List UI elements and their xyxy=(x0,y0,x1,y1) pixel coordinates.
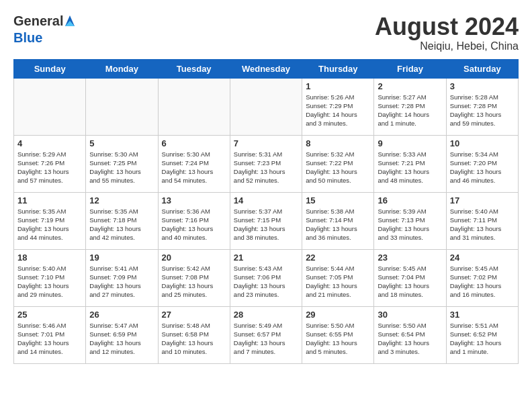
week-row-1: 1Sunrise: 5:26 AM Sunset: 7:29 PM Daylig… xyxy=(14,78,519,135)
weekday-header-wednesday: Wednesday xyxy=(230,59,302,78)
calendar-cell: 18Sunrise: 5:40 AM Sunset: 7:10 PM Dayli… xyxy=(14,249,86,306)
page-header: General Blue August 2024 Neiqiu, Hebei, … xyxy=(13,13,519,52)
week-row-3: 11Sunrise: 5:35 AM Sunset: 7:19 PM Dayli… xyxy=(14,192,519,249)
calendar-cell: 23Sunrise: 5:45 AM Sunset: 7:04 PM Dayli… xyxy=(374,249,446,306)
day-info: Sunrise: 5:37 AM Sunset: 7:15 PM Dayligh… xyxy=(234,207,298,242)
day-number: 16 xyxy=(378,195,442,205)
weekday-header-sunday: Sunday xyxy=(14,59,86,78)
day-number: 9 xyxy=(378,138,442,148)
day-info: Sunrise: 5:50 AM Sunset: 6:54 PM Dayligh… xyxy=(378,321,442,357)
month-year: August 2024 xyxy=(375,13,519,40)
day-number: 18 xyxy=(17,253,82,263)
day-number: 19 xyxy=(89,253,154,263)
day-number: 13 xyxy=(162,195,226,205)
day-number: 26 xyxy=(89,310,154,320)
day-number: 29 xyxy=(306,310,370,320)
calendar-cell: 4Sunrise: 5:29 AM Sunset: 7:26 PM Daylig… xyxy=(14,135,86,192)
calendar-cell: 15Sunrise: 5:38 AM Sunset: 7:14 PM Dayli… xyxy=(302,192,374,249)
calendar-cell: 17Sunrise: 5:40 AM Sunset: 7:11 PM Dayli… xyxy=(446,192,518,249)
day-info: Sunrise: 5:43 AM Sunset: 7:06 PM Dayligh… xyxy=(234,264,298,300)
calendar-cell: 8Sunrise: 5:32 AM Sunset: 7:22 PM Daylig… xyxy=(302,135,374,192)
day-info: Sunrise: 5:45 AM Sunset: 7:04 PM Dayligh… xyxy=(378,264,442,300)
day-number: 10 xyxy=(450,138,515,148)
week-row-2: 4Sunrise: 5:29 AM Sunset: 7:26 PM Daylig… xyxy=(14,135,519,192)
day-number: 21 xyxy=(234,253,298,263)
calendar-cell: 6Sunrise: 5:30 AM Sunset: 7:24 PM Daylig… xyxy=(158,135,230,192)
day-info: Sunrise: 5:40 AM Sunset: 7:10 PM Dayligh… xyxy=(17,264,82,300)
logo-blue: Blue xyxy=(13,30,77,45)
day-number: 11 xyxy=(17,195,82,205)
weekday-header-row: SundayMondayTuesdayWednesdayThursdayFrid… xyxy=(14,59,519,78)
day-info: Sunrise: 5:31 AM Sunset: 7:23 PM Dayligh… xyxy=(234,150,298,185)
day-number: 15 xyxy=(306,195,370,205)
calendar-cell xyxy=(230,78,302,135)
day-info: Sunrise: 5:30 AM Sunset: 7:25 PM Dayligh… xyxy=(89,150,154,185)
day-info: Sunrise: 5:50 AM Sunset: 6:55 PM Dayligh… xyxy=(306,321,370,357)
day-info: Sunrise: 5:36 AM Sunset: 7:16 PM Dayligh… xyxy=(162,207,226,242)
calendar-cell: 1Sunrise: 5:26 AM Sunset: 7:29 PM Daylig… xyxy=(302,78,374,135)
day-info: Sunrise: 5:48 AM Sunset: 6:58 PM Dayligh… xyxy=(162,321,226,357)
day-number: 17 xyxy=(450,195,515,205)
day-info: Sunrise: 5:29 AM Sunset: 7:26 PM Dayligh… xyxy=(17,150,82,185)
day-number: 7 xyxy=(234,138,298,148)
day-number: 4 xyxy=(17,138,82,148)
day-info: Sunrise: 5:40 AM Sunset: 7:11 PM Dayligh… xyxy=(450,207,515,242)
day-number: 28 xyxy=(234,310,298,320)
weekday-header-thursday: Thursday xyxy=(302,59,374,78)
calendar-cell: 24Sunrise: 5:45 AM Sunset: 7:02 PM Dayli… xyxy=(446,249,518,306)
logo-icon xyxy=(64,14,76,28)
day-info: Sunrise: 5:49 AM Sunset: 6:57 PM Dayligh… xyxy=(234,321,298,357)
day-number: 5 xyxy=(89,138,154,148)
calendar-cell xyxy=(158,78,230,135)
calendar-cell: 29Sunrise: 5:50 AM Sunset: 6:55 PM Dayli… xyxy=(302,306,374,363)
day-number: 23 xyxy=(378,253,442,263)
day-info: Sunrise: 5:30 AM Sunset: 7:24 PM Dayligh… xyxy=(162,150,226,185)
calendar-cell: 30Sunrise: 5:50 AM Sunset: 6:54 PM Dayli… xyxy=(374,306,446,363)
calendar-cell: 3Sunrise: 5:28 AM Sunset: 7:28 PM Daylig… xyxy=(446,78,518,135)
day-number: 31 xyxy=(450,310,515,320)
calendar-cell: 2Sunrise: 5:27 AM Sunset: 7:28 PM Daylig… xyxy=(374,78,446,135)
day-info: Sunrise: 5:26 AM Sunset: 7:29 PM Dayligh… xyxy=(306,93,370,128)
logo-general: General xyxy=(13,13,63,28)
day-info: Sunrise: 5:45 AM Sunset: 7:02 PM Dayligh… xyxy=(450,264,515,300)
calendar-cell: 5Sunrise: 5:30 AM Sunset: 7:25 PM Daylig… xyxy=(86,135,158,192)
day-number: 3 xyxy=(450,81,515,91)
calendar-cell xyxy=(86,78,158,135)
calendar-cell: 9Sunrise: 5:33 AM Sunset: 7:21 PM Daylig… xyxy=(374,135,446,192)
calendar-cell: 13Sunrise: 5:36 AM Sunset: 7:16 PM Dayli… xyxy=(158,192,230,249)
day-info: Sunrise: 5:28 AM Sunset: 7:28 PM Dayligh… xyxy=(450,93,515,128)
day-number: 22 xyxy=(306,253,370,263)
calendar-cell: 31Sunrise: 5:51 AM Sunset: 6:52 PM Dayli… xyxy=(446,306,518,363)
day-info: Sunrise: 5:51 AM Sunset: 6:52 PM Dayligh… xyxy=(450,321,515,357)
day-number: 27 xyxy=(162,310,226,320)
day-info: Sunrise: 5:33 AM Sunset: 7:21 PM Dayligh… xyxy=(378,150,442,185)
weekday-header-tuesday: Tuesday xyxy=(158,59,230,78)
calendar-cell: 16Sunrise: 5:39 AM Sunset: 7:13 PM Dayli… xyxy=(374,192,446,249)
calendar-cell: 12Sunrise: 5:35 AM Sunset: 7:18 PM Dayli… xyxy=(86,192,158,249)
calendar-cell: 10Sunrise: 5:34 AM Sunset: 7:20 PM Dayli… xyxy=(446,135,518,192)
week-row-5: 25Sunrise: 5:46 AM Sunset: 7:01 PM Dayli… xyxy=(14,306,519,363)
calendar-cell: 28Sunrise: 5:49 AM Sunset: 6:57 PM Dayli… xyxy=(230,306,302,363)
day-number: 30 xyxy=(378,310,442,320)
calendar-cell: 21Sunrise: 5:43 AM Sunset: 7:06 PM Dayli… xyxy=(230,249,302,306)
calendar-cell: 25Sunrise: 5:46 AM Sunset: 7:01 PM Dayli… xyxy=(14,306,86,363)
day-info: Sunrise: 5:32 AM Sunset: 7:22 PM Dayligh… xyxy=(306,150,370,185)
day-number: 14 xyxy=(234,195,298,205)
day-number: 25 xyxy=(17,310,82,320)
weekday-header-monday: Monday xyxy=(86,59,158,78)
calendar-cell: 26Sunrise: 5:47 AM Sunset: 6:59 PM Dayli… xyxy=(86,306,158,363)
calendar-cell xyxy=(14,78,86,135)
day-number: 6 xyxy=(162,138,226,148)
day-info: Sunrise: 5:47 AM Sunset: 6:59 PM Dayligh… xyxy=(89,321,154,357)
week-row-4: 18Sunrise: 5:40 AM Sunset: 7:10 PM Dayli… xyxy=(14,249,519,306)
title-block: August 2024 Neiqiu, Hebei, China xyxy=(375,13,519,52)
calendar-cell: 20Sunrise: 5:42 AM Sunset: 7:08 PM Dayli… xyxy=(158,249,230,306)
calendar-cell: 22Sunrise: 5:44 AM Sunset: 7:05 PM Dayli… xyxy=(302,249,374,306)
day-number: 8 xyxy=(306,138,370,148)
calendar-cell: 14Sunrise: 5:37 AM Sunset: 7:15 PM Dayli… xyxy=(230,192,302,249)
day-info: Sunrise: 5:34 AM Sunset: 7:20 PM Dayligh… xyxy=(450,150,515,185)
day-info: Sunrise: 5:35 AM Sunset: 7:19 PM Dayligh… xyxy=(17,207,82,242)
day-info: Sunrise: 5:35 AM Sunset: 7:18 PM Dayligh… xyxy=(89,207,154,242)
weekday-header-saturday: Saturday xyxy=(446,59,518,78)
day-number: 2 xyxy=(378,81,442,91)
